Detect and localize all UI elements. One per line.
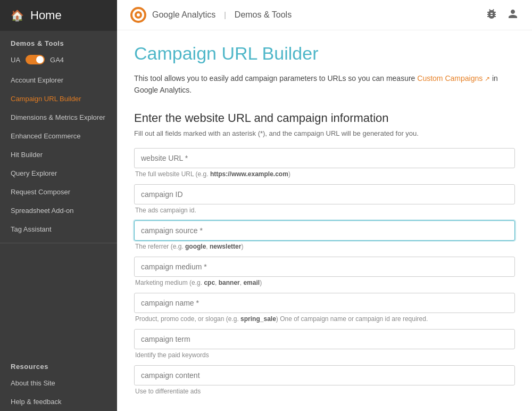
- campaign-medium-input[interactable]: [134, 257, 515, 277]
- field-website-url: The full website URL (e.g. https://www.e…: [134, 148, 515, 178]
- sidebar-item-spreadsheet-add-on[interactable]: Spreadsheet Add-on: [0, 201, 117, 220]
- page-content: Campaign URL Builder This tool allows yo…: [117, 30, 532, 411]
- campaign-name-input[interactable]: [134, 293, 515, 313]
- page-description: This tool allows you to easily add campa…: [134, 72, 515, 96]
- campaign-content-input[interactable]: [134, 365, 515, 385]
- topbar-icons: [485, 7, 519, 23]
- brand-tools-text: Demos & Tools: [235, 10, 292, 20]
- account-icon[interactable]: [506, 7, 519, 23]
- ua-ga4-toggle-row: UA GA4: [0, 51, 117, 71]
- toggle-ua-label: UA: [11, 56, 20, 64]
- sidebar: 🏠 Home Demos & Tools UA GA4 Account Expl…: [0, 0, 117, 411]
- field-campaign-content: Use to differentiate ads: [134, 365, 515, 395]
- website-url-input[interactable]: [134, 148, 515, 168]
- desc-part1: This tool allows you to easily add campa…: [134, 74, 415, 83]
- home-icon: 🏠: [11, 9, 24, 22]
- campaign-source-input[interactable]: [134, 220, 515, 241]
- field-campaign-term: Identify the paid keywords: [134, 329, 515, 359]
- sidebar-item-help-feedback[interactable]: Help & feedback: [0, 392, 117, 411]
- sidebar-item-account-explorer[interactable]: Account Explorer: [0, 71, 117, 89]
- sidebar-item-about-this-site[interactable]: About this Site: [0, 374, 117, 392]
- campaign-content-hint: Use to differentiate ads: [134, 388, 515, 395]
- ga-logo-icon: [130, 6, 147, 23]
- sidebar-item-dimensions-metrics[interactable]: Dimensions & Metrics Explorer: [0, 108, 117, 127]
- brand-divider: |: [224, 11, 226, 19]
- campaign-id-input[interactable]: [134, 184, 515, 204]
- sidebar-divider: [0, 243, 117, 243]
- bug-icon[interactable]: [485, 7, 498, 23]
- custom-campaigns-link[interactable]: Custom Campaigns: [417, 74, 483, 83]
- page-title: Campaign URL Builder: [134, 43, 515, 64]
- brand-ga-text: Google Analytics: [152, 10, 215, 20]
- field-campaign-name: Product, promo code, or slogan (e.g. spr…: [134, 293, 515, 323]
- main-content: Google Analytics | Demos & Tools Campaig…: [117, 0, 532, 411]
- sidebar-item-query-explorer[interactable]: Query Explorer: [0, 164, 117, 183]
- sidebar-section-resources: Resources: [0, 354, 117, 374]
- campaign-medium-hint: Marketing medium (e.g. cpc, banner, emai…: [134, 279, 515, 286]
- ua-ga4-toggle[interactable]: [26, 55, 45, 64]
- campaign-id-hint: The ads campaign id.: [134, 207, 515, 214]
- topbar: Google Analytics | Demos & Tools: [117, 0, 532, 30]
- sidebar-item-campaign-url-builder[interactable]: Campaign URL Builder: [0, 89, 117, 108]
- sidebar-section-demos: Demos & Tools: [0, 31, 117, 51]
- form-section-title: Enter the website URL and campaign infor…: [134, 111, 515, 125]
- svg-point-3: [137, 13, 140, 17]
- campaign-source-hint: The referrer (e.g. google, newsletter): [134, 243, 515, 250]
- campaign-term-hint: Identify the paid keywords: [134, 351, 515, 359]
- campaign-term-input[interactable]: [134, 329, 515, 349]
- sidebar-home-button[interactable]: 🏠 Home: [0, 0, 117, 31]
- sidebar-home-label: Home: [30, 9, 62, 22]
- form-subtitle: Fill out all fields marked with an aster…: [134, 129, 515, 137]
- field-campaign-source: The referrer (e.g. google, newsletter): [134, 220, 515, 250]
- sidebar-item-enhanced-ecommerce[interactable]: Enhanced Ecommerce: [0, 127, 117, 145]
- external-link-icon: ↗: [485, 75, 490, 83]
- sidebar-item-hit-builder[interactable]: Hit Builder: [0, 145, 117, 164]
- website-url-hint: The full website URL (e.g. https://www.e…: [134, 170, 515, 178]
- sidebar-demos-section: Demos & Tools UA GA4 Account Explorer Ca…: [0, 31, 117, 239]
- field-campaign-medium: Marketing medium (e.g. cpc, banner, emai…: [134, 257, 515, 286]
- campaign-name-hint: Product, promo code, or slogan (e.g. spr…: [134, 315, 515, 323]
- toggle-ga4-label: GA4: [50, 56, 64, 64]
- toggle-knob: [36, 56, 44, 63]
- sidebar-item-request-composer[interactable]: Request Composer: [0, 183, 117, 201]
- sidebar-nav: Account Explorer Campaign URL Builder Di…: [0, 71, 117, 239]
- field-campaign-id: The ads campaign id.: [134, 184, 515, 214]
- sidebar-resources-section: Resources About this Site Help & feedbac…: [0, 354, 117, 411]
- topbar-brand: Google Analytics | Demos & Tools: [130, 6, 292, 23]
- sidebar-item-tag-assistant[interactable]: Tag Assistant: [0, 220, 117, 239]
